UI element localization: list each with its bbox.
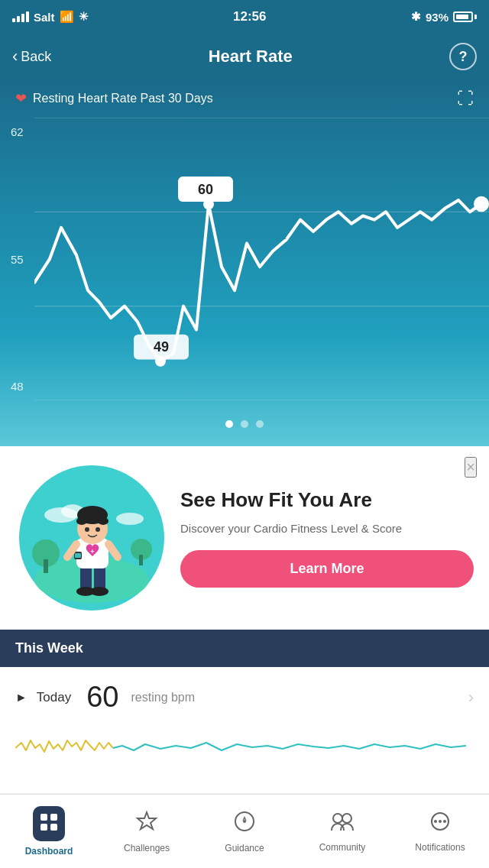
- bpm-value: 60: [86, 681, 118, 714]
- today-label: Today: [37, 690, 71, 705]
- svg-rect-37: [50, 814, 57, 821]
- page-title: Heart Rate: [209, 47, 293, 66]
- svg-point-33: [98, 517, 108, 525]
- today-row[interactable]: ► Today 60 resting bpm ›: [0, 667, 489, 721]
- svg-rect-36: [40, 814, 47, 821]
- svg-point-34: [85, 527, 89, 532]
- wifi-icon: 📶: [60, 10, 74, 24]
- help-label: ?: [459, 49, 468, 65]
- svg-point-43: [333, 814, 342, 823]
- nav-item-dashboard[interactable]: Dashboard: [3, 806, 95, 857]
- guidance-icon: [233, 810, 256, 838]
- bpm-unit: resting bpm: [131, 691, 196, 704]
- dot-3: [256, 420, 264, 428]
- this-week-label: This Week: [15, 640, 83, 656]
- svg-point-46: [434, 820, 437, 823]
- svg-rect-39: [50, 824, 57, 831]
- expand-icon[interactable]: ⛶: [457, 89, 474, 108]
- back-arrow-icon: ‹: [12, 47, 18, 66]
- notifications-icon: [429, 811, 451, 837]
- svg-point-23: [90, 587, 108, 596]
- y-axis: 62 55 48: [11, 125, 24, 393]
- dot-2: [241, 420, 248, 428]
- promo-description: Discover your Cardio Fitness Level & Sco…: [180, 520, 474, 536]
- svg-point-19: [116, 513, 144, 525]
- svg-text:60: 60: [198, 180, 213, 196]
- svg-point-35: [96, 527, 100, 532]
- promo-title: See How Fit You Are: [180, 488, 474, 512]
- back-button[interactable]: ‹ Back: [12, 47, 51, 66]
- svg-point-42: [243, 820, 246, 823]
- status-right: ✱ 93%: [411, 10, 477, 24]
- battery-pct: 93%: [426, 11, 449, 24]
- activity-icon: ✳: [79, 10, 89, 24]
- heart-icon: ❤: [15, 90, 27, 107]
- nav-item-challenges[interactable]: Challenges: [101, 810, 193, 853]
- page-header: ‹ Back Heart Rate ?: [0, 34, 489, 79]
- help-button[interactable]: ?: [449, 43, 477, 70]
- heart-rate-chart-area: ❤ Resting Heart Rate Past 30 Days ⛶ 62 5…: [0, 79, 489, 446]
- chevron-right-icon: ›: [468, 688, 474, 708]
- svg-rect-27: [75, 553, 81, 558]
- challenges-icon: [135, 810, 158, 838]
- bluetooth-icon: ✱: [411, 10, 421, 24]
- chart-svg-container: 60 49: [34, 118, 489, 400]
- y-label-62: 62: [11, 125, 24, 138]
- carrier-label: Salt: [34, 11, 55, 24]
- community-label: Community: [319, 842, 366, 853]
- this-week-header: This Week: [0, 630, 489, 667]
- clock: 12:56: [233, 9, 266, 24]
- svg-point-48: [443, 820, 446, 823]
- chart-title-row: ❤ Resting Heart Rate Past 30 Days: [15, 90, 213, 107]
- svg-rect-14: [44, 559, 48, 573]
- svg-rect-38: [40, 824, 47, 831]
- svg-text:+: +: [90, 548, 94, 555]
- promo-illustration: +: [15, 462, 168, 614]
- promo-banner: × +: [0, 446, 489, 630]
- svg-text:49: 49: [154, 338, 169, 355]
- chart-title: Resting Heart Rate Past 30 Days: [33, 92, 213, 105]
- y-label-48: 48: [11, 380, 24, 393]
- dashboard-label: Dashboard: [25, 846, 73, 857]
- back-label: Back: [21, 49, 51, 65]
- dashboard-icon: [33, 806, 65, 841]
- y-label-55: 55: [11, 253, 24, 266]
- notifications-label: Notifications: [415, 842, 465, 853]
- pagination-dots: [225, 420, 264, 428]
- promo-content: See How Fit You Are Discover your Cardio…: [180, 488, 474, 587]
- community-icon: [330, 811, 355, 837]
- nav-item-guidance[interactable]: Guidance: [199, 810, 290, 853]
- close-button[interactable]: ×: [465, 457, 477, 478]
- play-icon: ►: [15, 691, 28, 704]
- mini-chart: [0, 721, 489, 793]
- svg-point-6: [474, 197, 488, 212]
- chart-header: ❤ Resting Heart Rate Past 30 Days ⛶: [0, 79, 489, 113]
- status-bar: Salt 📶 ✳ 12:56 ✱ 93%: [0, 0, 489, 34]
- svg-point-32: [76, 517, 87, 525]
- svg-point-44: [342, 814, 351, 823]
- learn-more-button[interactable]: Learn More: [180, 550, 474, 588]
- nav-item-community[interactable]: Community: [296, 811, 388, 853]
- signal-icon: [12, 11, 29, 22]
- challenges-label: Challenges: [124, 843, 170, 853]
- svg-rect-16: [139, 555, 143, 565]
- status-left: Salt 📶 ✳: [12, 10, 89, 24]
- svg-marker-40: [138, 812, 156, 829]
- dot-1: [225, 420, 233, 428]
- battery-icon: [453, 11, 477, 22]
- nav-item-notifications[interactable]: Notifications: [394, 811, 486, 853]
- svg-point-47: [439, 820, 442, 823]
- guidance-label: Guidance: [225, 843, 264, 853]
- bottom-nav: Dashboard Challenges Guidance: [0, 794, 489, 868]
